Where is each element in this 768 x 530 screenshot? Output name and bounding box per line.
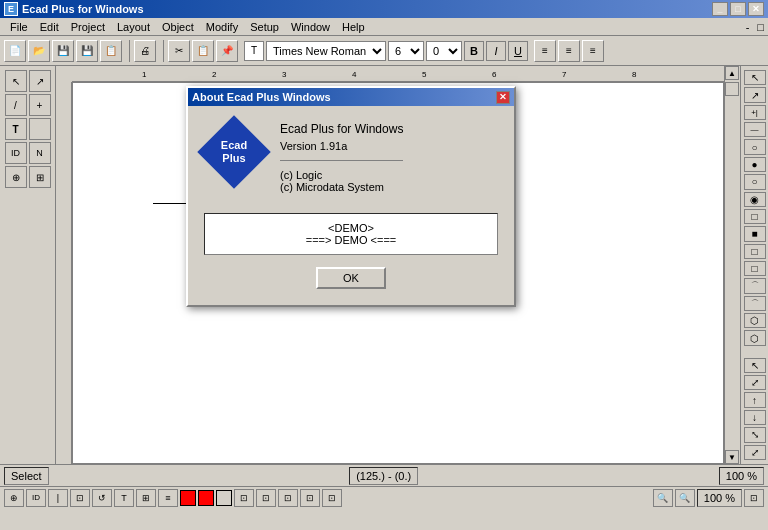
app-icon: E <box>4 2 18 16</box>
rt-btn12[interactable]: □ <box>744 261 766 276</box>
rt-btn16[interactable]: ⬡ <box>744 330 766 345</box>
scrollbar-right[interactable]: ▲ ▼ <box>724 66 740 464</box>
bt-btn7[interactable]: ⊞ <box>136 489 156 507</box>
align-left-button[interactable]: ≡ <box>534 40 556 62</box>
rt-btn15[interactable]: ⬡ <box>744 313 766 328</box>
menu-minimize-icon[interactable]: - <box>746 21 750 33</box>
zoom-tool[interactable]: ⊕ <box>5 166 27 188</box>
bold-button[interactable]: B <box>464 41 484 61</box>
grid-tool[interactable]: ⊞ <box>29 166 51 188</box>
rt-btn8[interactable]: ◉ <box>744 192 766 207</box>
bottom-toolbar: ⊕ ID | ⊡ ↺ T ⊞ ≡ ⊡ ⊡ ⊡ ⊡ ⊡ 🔍 🔍 100 % ⊡ <box>0 486 768 508</box>
menu-help[interactable]: Help <box>336 20 371 34</box>
rt-btn3[interactable]: +| <box>744 105 766 120</box>
menu-modify[interactable]: Modify <box>200 20 244 34</box>
rt-btn7[interactable]: ○ <box>744 174 766 189</box>
bt-btn3[interactable]: | <box>48 489 68 507</box>
diagonal-tool[interactable]: ↗ <box>29 70 51 92</box>
bt-btn2[interactable]: ID <box>26 489 46 507</box>
toolbar-btn5[interactable]: 📋 <box>100 40 122 62</box>
rt-btn11[interactable]: □ <box>744 244 766 259</box>
dialog-close-button[interactable]: ✕ <box>496 91 510 104</box>
bt-btn10[interactable]: ⊡ <box>256 489 276 507</box>
dialog-divider1 <box>280 160 403 161</box>
n-tool[interactable]: N <box>29 142 51 164</box>
bt-btn1[interactable]: ⊕ <box>4 489 24 507</box>
right-toolbar: ↖ ↗ +| — ○ ● ○ ◉ □ ■ □ □ ⌒ ⌒ ⬡ ⬡ ↖ ⤢ ↑ ↓… <box>740 66 768 464</box>
menu-file[interactable]: File <box>4 20 34 34</box>
bt-btn8[interactable]: ≡ <box>158 489 178 507</box>
minimize-button[interactable]: _ <box>712 2 728 16</box>
bt-btn13[interactable]: ⊡ <box>322 489 342 507</box>
color-red2[interactable] <box>198 490 214 506</box>
id-tool[interactable]: ID <box>5 142 27 164</box>
copy-button[interactable]: 📋 <box>192 40 214 62</box>
rt-btn6[interactable]: ● <box>744 157 766 172</box>
cut-button[interactable]: ✂ <box>168 40 190 62</box>
rt-select-btn[interactable]: ↖ <box>744 358 766 373</box>
bt-btn4[interactable]: ⊡ <box>70 489 90 507</box>
paste-button[interactable]: 📌 <box>216 40 238 62</box>
rt-btn4[interactable]: — <box>744 122 766 137</box>
scroll-up-button[interactable]: ▲ <box>725 66 739 80</box>
zoom-in-button[interactable]: 🔍 <box>675 489 695 507</box>
rt-btn10[interactable]: ■ <box>744 226 766 241</box>
rt-btn9[interactable]: □ <box>744 209 766 224</box>
save2-button[interactable]: 💾 <box>76 40 98 62</box>
scroll-thumb[interactable] <box>725 82 739 96</box>
menu-maximize-icon[interactable]: □ <box>757 21 764 33</box>
rt-pan4-btn[interactable]: ⤢ <box>744 445 766 460</box>
bt-btn5[interactable]: ↺ <box>92 489 112 507</box>
menu-edit[interactable]: Edit <box>34 20 65 34</box>
zoom-out-button[interactable]: 🔍 <box>653 489 673 507</box>
bt-btn9[interactable]: ⊡ <box>234 489 254 507</box>
bt-last-btn[interactable]: ⊡ <box>744 489 764 507</box>
maximize-button[interactable]: □ <box>730 2 746 16</box>
rt-btn14[interactable]: ⌒ <box>744 296 766 311</box>
rt-zoom-btn[interactable]: ⤢ <box>744 375 766 390</box>
status-mode-text: Select <box>11 470 42 482</box>
text-tool[interactable]: T <box>5 118 27 140</box>
underline-button[interactable]: U <box>508 41 528 61</box>
open-button[interactable]: 📂 <box>28 40 50 62</box>
rt-pan3-btn[interactable]: ⤡ <box>744 427 766 442</box>
rt-pan-btn[interactable]: ↑ <box>744 392 766 407</box>
scroll-down-button[interactable]: ▼ <box>725 450 739 464</box>
menu-project[interactable]: Project <box>65 20 111 34</box>
status-coords: (125.) - (0.) <box>349 467 418 485</box>
print-button[interactable]: 🖨 <box>134 40 156 62</box>
align-center-button[interactable]: ≡ <box>558 40 580 62</box>
rt-btn2[interactable]: ↗ <box>744 87 766 102</box>
color-gray[interactable] <box>216 490 232 506</box>
menu-setup[interactable]: Setup <box>244 20 285 34</box>
menu-layout[interactable]: Layout <box>111 20 156 34</box>
close-button[interactable]: ✕ <box>748 2 764 16</box>
menu-object[interactable]: Object <box>156 20 200 34</box>
bt-btn12[interactable]: ⊡ <box>300 489 320 507</box>
italic-button[interactable]: I <box>486 41 506 61</box>
ok-button[interactable]: OK <box>316 267 386 289</box>
color-red[interactable] <box>180 490 196 506</box>
font-offset-select[interactable]: 0 <box>426 41 462 61</box>
tb-tool2[interactable] <box>29 118 51 140</box>
font-name-select[interactable]: Times New Roman <box>266 41 386 61</box>
status-zoom: 100 % <box>719 467 764 485</box>
rt-btn5[interactable]: ○ <box>744 139 766 154</box>
rt-pan2-btn[interactable]: ↓ <box>744 410 766 425</box>
about-dialog: About Ecad Plus Windows ✕ Ecad Plus <box>186 86 516 307</box>
new-button[interactable]: 📄 <box>4 40 26 62</box>
rt-btn1[interactable]: ↖ <box>744 70 766 85</box>
menu-bar: File Edit Project Layout Object Modify S… <box>0 18 768 36</box>
main-area: ↖ ↗ / + T ID N ⊕ ⊞ 1 2 3 4 5 6 7 <box>0 66 768 464</box>
font-size-select[interactable]: 6 <box>388 41 424 61</box>
line-tool[interactable]: / <box>5 94 27 116</box>
menu-window[interactable]: Window <box>285 20 336 34</box>
rt-btn13[interactable]: ⌒ <box>744 278 766 293</box>
align-right-button[interactable]: ≡ <box>582 40 604 62</box>
dialog-text: Ecad Plus for Windows Version 1.91a (c) … <box>280 122 403 201</box>
move-tool[interactable]: + <box>29 94 51 116</box>
select-tool[interactable]: ↖ <box>5 70 27 92</box>
bt-btn11[interactable]: ⊡ <box>278 489 298 507</box>
bt-btn6[interactable]: T <box>114 489 134 507</box>
save-button[interactable]: 💾 <box>52 40 74 62</box>
